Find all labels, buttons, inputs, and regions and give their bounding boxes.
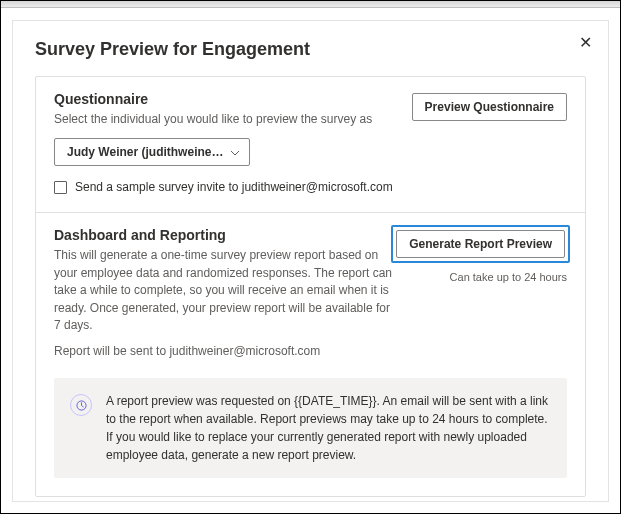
survey-preview-modal: ✕ Survey Preview for Engagement Question… (12, 20, 609, 502)
questionnaire-desc: Select the individual you would like to … (54, 111, 394, 128)
questionnaire-section: Questionnaire Select the individual you … (36, 77, 585, 212)
info-banner: A report preview was requested on {{DATE… (54, 378, 567, 478)
sample-invite-checkbox-row[interactable]: Send a sample survey invite to judithwei… (54, 180, 567, 194)
checkbox-icon (54, 181, 67, 194)
content-panel: Questionnaire Select the individual you … (35, 76, 586, 497)
modal-title: Survey Preview for Engagement (35, 39, 586, 60)
generate-hint: Can take up to 24 hours (450, 271, 567, 283)
clock-icon (70, 394, 92, 416)
window-toolbar-strip (1, 1, 620, 8)
close-icon: ✕ (579, 34, 592, 51)
info-text: A report preview was requested on {{DATE… (106, 392, 551, 464)
dashboard-section: Dashboard and Reporting This will genera… (36, 212, 585, 496)
generate-report-preview-button[interactable]: Generate Report Preview (396, 230, 565, 258)
dashboard-desc: This will generate a one-time survey pre… (54, 247, 394, 334)
report-sent-to: Report will be sent to judithweiner@micr… (54, 344, 567, 358)
dropdown-value: Judy Weiner (judithweiner… (67, 145, 227, 159)
checkbox-label: Send a sample survey invite to judithwei… (75, 180, 393, 194)
close-button[interactable]: ✕ (577, 33, 594, 53)
preview-questionnaire-button[interactable]: Preview Questionnaire (412, 93, 567, 121)
chevron-down-icon (230, 147, 240, 158)
individual-dropdown[interactable]: Judy Weiner (judithweiner… (54, 138, 250, 166)
generate-button-highlight: Generate Report Preview (391, 225, 570, 263)
